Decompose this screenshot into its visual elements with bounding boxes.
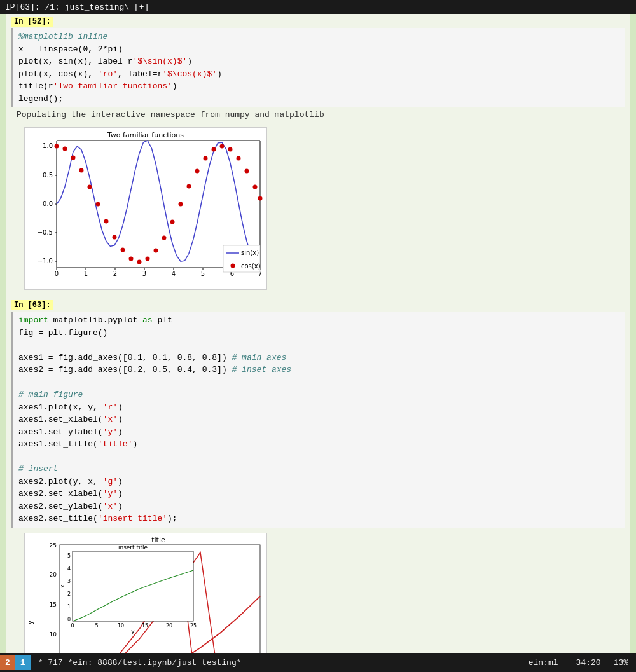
svg-text:1: 1 [84, 270, 88, 277]
svg-text:0: 0 [71, 623, 74, 629]
plot1-title: Two familiar functions [107, 131, 184, 139]
plot1-container: Two familiar functions 1.0 0.5 [24, 127, 267, 290]
plot2-ylabel: y [27, 620, 34, 624]
svg-point-48 [195, 169, 200, 174]
plot2-svg: y title 25 20 15 10 5 0 0 1 2 [25, 533, 266, 654]
svg-point-50 [212, 147, 216, 152]
svg-point-55 [253, 185, 258, 189]
status-percent: 13% [614, 658, 628, 668]
plot2-title: title [151, 536, 165, 544]
plot2-inset-xlabel: y [131, 628, 135, 634]
plot1-svg: Two familiar functions 1.0 0.5 [25, 128, 266, 287]
cell-63-label[interactable]: In [63]: [11, 300, 53, 310]
svg-text:−0.5: −0.5 [38, 229, 53, 236]
svg-point-40 [129, 257, 134, 261]
svg-text:5: 5 [67, 553, 71, 559]
svg-point-34 [80, 168, 84, 173]
svg-text:0.5: 0.5 [43, 172, 53, 179]
svg-point-38 [113, 235, 117, 240]
svg-point-51 [220, 144, 225, 149]
svg-point-47 [187, 184, 191, 189]
status-position: 34:20 [576, 658, 601, 668]
cell-63-code[interactable]: import matplotlib.pyplot as plt fig = pl… [11, 312, 625, 528]
notebook: In [52]: %matplotlib inline x = linspace… [6, 14, 630, 653]
cell-63: In [63]: import matplotlib.pyplot as plt… [6, 298, 630, 653]
cell-52-label[interactable]: In [52]: [11, 17, 53, 27]
svg-point-32 [63, 147, 67, 151]
svg-text:0: 0 [67, 617, 71, 622]
svg-point-46 [179, 202, 183, 207]
plot2-inset-title: insert title [118, 544, 148, 551]
svg-rect-74 [73, 551, 193, 621]
svg-point-45 [170, 220, 175, 224]
cell-52-code[interactable]: %matplotlib inline x = linspace(0, 2*pi)… [11, 28, 625, 107]
cell-52-output: Populating the interactive namespace fro… [11, 107, 625, 122]
plot2-inset-ylabel: x [59, 584, 66, 587]
svg-text:0: 0 [55, 270, 59, 277]
svg-text:5: 5 [95, 623, 98, 629]
svg-point-52 [228, 147, 233, 152]
svg-point-39 [121, 248, 125, 252]
svg-point-41 [137, 260, 142, 264]
svg-point-56 [258, 196, 263, 201]
svg-text:−1.0: −1.0 [38, 257, 53, 264]
status-filename: *ein: 8888/test.ipynb/just_testing* [67, 658, 241, 668]
svg-text:3: 3 [67, 579, 71, 584]
plot2-container: y title 25 20 15 10 5 0 0 1 2 [24, 533, 267, 654]
status-right: 34:20 13% [569, 658, 636, 668]
title-bar: IP[63]: /1: just_testing\ [+] [0, 0, 636, 14]
svg-text:10: 10 [50, 631, 57, 638]
svg-point-59 [231, 264, 235, 268]
svg-text:15: 15 [142, 623, 148, 629]
svg-point-54 [245, 169, 249, 174]
legend-cos: cos(x) [241, 263, 261, 270]
svg-text:4: 4 [67, 566, 71, 572]
svg-point-31 [55, 144, 59, 149]
svg-point-43 [154, 249, 158, 253]
svg-point-42 [146, 257, 150, 261]
svg-text:5: 5 [201, 270, 205, 277]
svg-text:25: 25 [50, 542, 57, 549]
svg-text:25: 25 [190, 623, 197, 629]
cell-52: In [52]: %matplotlib inline x = linspace… [6, 14, 630, 298]
legend-sin: sin(x) [241, 249, 259, 256]
status-linecount: 717 [48, 658, 62, 668]
svg-point-44 [162, 236, 167, 240]
status-num2[interactable]: 2 [0, 655, 15, 670]
svg-text:4: 4 [172, 270, 176, 277]
svg-text:2: 2 [67, 591, 71, 597]
svg-point-53 [237, 156, 241, 161]
status-star: * [38, 658, 43, 668]
status-middle: * 717 *ein: 8888/test.ipynb/just_testing… [31, 658, 518, 668]
svg-text:10: 10 [118, 623, 124, 629]
title-text: IP[63]: /1: just_testing\ [+] [5, 3, 149, 12]
svg-point-49 [204, 156, 208, 161]
status-num1[interactable]: 1 [15, 655, 31, 670]
svg-text:3: 3 [142, 270, 146, 277]
status-left: 2 1 [0, 655, 31, 670]
svg-text:15: 15 [50, 601, 57, 608]
svg-text:1.0: 1.0 [43, 142, 53, 149]
svg-point-33 [71, 156, 76, 160]
svg-text:1: 1 [67, 604, 71, 610]
svg-text:0.0: 0.0 [43, 200, 53, 207]
svg-text:20: 20 [166, 623, 172, 629]
status-bar: 2 1 * 717 *ein: 8888/test.ipynb/just_tes… [0, 653, 636, 672]
svg-point-35 [88, 185, 92, 189]
svg-text:20: 20 [50, 572, 57, 578]
status-mode: ein:ml [518, 658, 569, 668]
svg-point-37 [104, 219, 109, 224]
svg-point-36 [96, 202, 100, 207]
svg-text:2: 2 [113, 270, 117, 277]
